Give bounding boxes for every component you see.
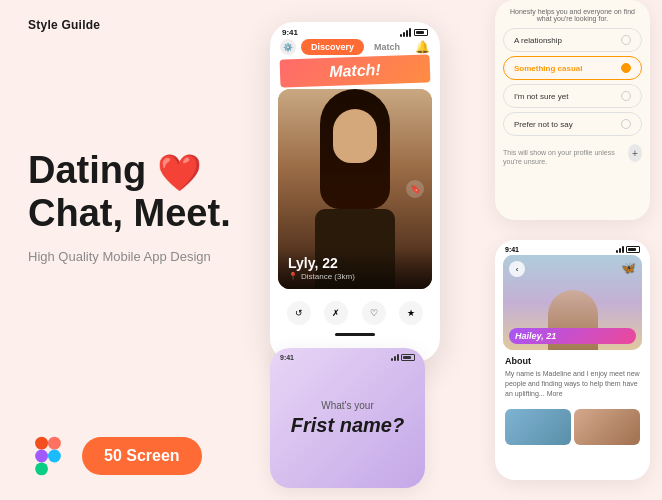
back-button-rb[interactable]: ‹ bbox=[509, 261, 525, 277]
location-icon: 📍 bbox=[288, 272, 298, 281]
option-prefer-radio bbox=[621, 119, 631, 129]
title-line2: Chat, Meet. bbox=[28, 192, 231, 234]
home-indicator bbox=[335, 333, 375, 336]
question-main: Frist name? bbox=[291, 413, 404, 437]
name-question: What's your Frist name? bbox=[291, 400, 404, 437]
bottom-left-section: 50 Screen bbox=[28, 436, 202, 476]
signal-icon bbox=[400, 28, 411, 37]
title-line1: Dating ❤️ bbox=[28, 149, 202, 191]
main-title: Dating ❤️ Chat, Meet. bbox=[28, 150, 248, 235]
phone-profile: 9:41 ‹ 🦋 Hailey, 21 About My name is Mad… bbox=[495, 240, 650, 480]
option-relationship[interactable]: A relationship bbox=[503, 28, 642, 52]
profile-distance: 📍 Distance (3km) bbox=[288, 272, 422, 281]
time-bc: 9:41 bbox=[280, 354, 294, 361]
hero-section: Dating ❤️ Chat, Meet. High Quality Mobil… bbox=[28, 150, 248, 264]
option-relationship-label: A relationship bbox=[514, 36, 562, 45]
option-relationship-radio bbox=[621, 35, 631, 45]
profile-name: Lyly, 22 bbox=[288, 255, 422, 271]
battery-icon-rb bbox=[626, 246, 640, 253]
status-bar-rb: 9:41 bbox=[495, 240, 650, 255]
profile-note: This will show on your profile unless yo… bbox=[503, 148, 628, 166]
reject-action[interactable]: ✗ bbox=[324, 301, 348, 325]
butterfly-icon: 🦋 bbox=[621, 261, 636, 275]
action-bar: ↺ ✗ ♡ ★ bbox=[270, 293, 440, 329]
option-notsure-label: I'm not sure yet bbox=[514, 92, 568, 101]
option-prefer[interactable]: Prefer not to say bbox=[503, 112, 642, 136]
battery-icon bbox=[414, 29, 428, 36]
profile-name-rb: Hailey, 21 bbox=[509, 328, 636, 344]
bookmark-icon: 🔖 bbox=[406, 180, 424, 198]
profile-image: Lyly, 22 📍 Distance (3km) 🔖 bbox=[278, 89, 432, 289]
status-bar-center: 9:41 bbox=[270, 22, 440, 39]
subtitle: High Quality Mobile App Design bbox=[28, 249, 248, 264]
tab-match[interactable]: Match bbox=[364, 39, 410, 55]
match-banner: Match! bbox=[280, 54, 431, 87]
time-rb: 9:41 bbox=[505, 246, 519, 253]
phone-preferences: Honesty helps you and everyone on find w… bbox=[495, 0, 650, 220]
add-button[interactable]: + bbox=[628, 144, 642, 162]
time-center: 9:41 bbox=[282, 28, 298, 37]
option-notsure[interactable]: I'm not sure yet bbox=[503, 84, 642, 108]
svg-rect-3 bbox=[35, 462, 48, 475]
like-action[interactable]: ♡ bbox=[362, 301, 386, 325]
option-casual[interactable]: Something casual bbox=[503, 56, 642, 80]
photo-grid bbox=[495, 406, 650, 448]
brand-label: Style Guilde bbox=[28, 18, 100, 32]
option-prefer-label: Prefer not to say bbox=[514, 120, 573, 129]
refresh-action[interactable]: ↺ bbox=[287, 301, 311, 325]
svg-rect-2 bbox=[35, 450, 48, 463]
about-text: My name is Madeline and I enjoy meet new… bbox=[505, 369, 640, 398]
option-notsure-radio bbox=[621, 91, 631, 101]
profile-photo-rb: ‹ 🦋 Hailey, 21 bbox=[503, 255, 642, 350]
phone-nav-icons: ⚙️ Discovery Match 🔔 bbox=[270, 39, 440, 55]
figma-icon bbox=[28, 436, 68, 476]
tab-discovery[interactable]: Discovery bbox=[301, 39, 364, 55]
option-casual-radio bbox=[621, 63, 631, 73]
about-title: About bbox=[505, 356, 640, 366]
svg-rect-0 bbox=[35, 437, 48, 450]
svg-rect-1 bbox=[48, 437, 61, 450]
photo-item-2 bbox=[574, 409, 640, 445]
settings-icon: ⚙️ bbox=[280, 39, 296, 55]
phone-center: 9:41 ⚙️ Discovery Match 🔔 Match! bbox=[270, 22, 440, 362]
notification-icon: 🔔 bbox=[415, 40, 430, 54]
onboarding-intro: Honesty helps you and everyone on find w… bbox=[503, 8, 642, 22]
screen-badge: 50 Screen bbox=[82, 437, 202, 475]
status-bar-bc: 9:41 bbox=[270, 354, 425, 361]
phone-name-screen: 9:41 What's your Frist name? bbox=[270, 348, 425, 488]
star-action[interactable]: ★ bbox=[399, 301, 423, 325]
about-section: About My name is Madeline and I enjoy me… bbox=[495, 350, 650, 404]
heart-emoji: ❤️ bbox=[157, 153, 202, 193]
battery-icon-bc bbox=[401, 354, 415, 361]
svg-point-4 bbox=[48, 450, 61, 463]
signal-icon-bc bbox=[391, 354, 399, 361]
question-label: What's your bbox=[291, 400, 404, 411]
profile-overlay: Lyly, 22 📍 Distance (3km) bbox=[278, 247, 432, 289]
signal-icon-rb bbox=[616, 246, 624, 253]
option-casual-label: Something casual bbox=[514, 64, 582, 73]
photo-item-1 bbox=[505, 409, 571, 445]
